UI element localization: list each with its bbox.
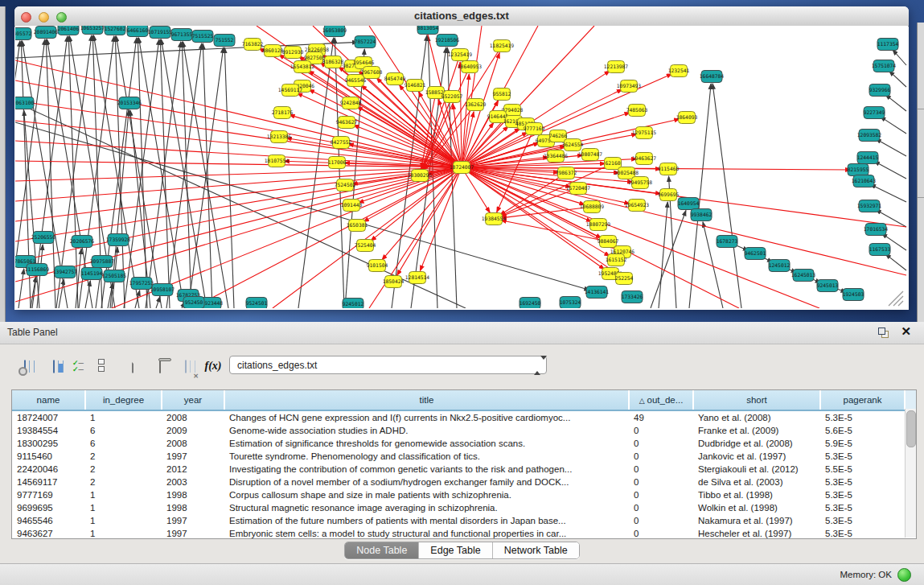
network-node[interactable]: 14136141 xyxy=(585,286,610,299)
network-node[interactable]: 10653257 xyxy=(80,26,105,35)
table-cell[interactable]: 14569117 xyxy=(12,476,85,488)
column-header[interactable]: △out_de... xyxy=(629,390,693,410)
table-cell[interactable]: 1997 xyxy=(162,450,224,463)
column-header[interactable]: name xyxy=(12,390,85,410)
network-node[interactable]: 1362620 xyxy=(465,99,487,111)
delete-table-button[interactable] xyxy=(150,355,170,377)
table-row[interactable]: 969969511998Structural magnetic resonanc… xyxy=(12,501,905,514)
memory-status-indicator[interactable] xyxy=(897,568,911,582)
network-node[interactable]: 17016534 xyxy=(864,224,889,236)
network-node[interactable]: 9115460 xyxy=(658,163,680,175)
network-node[interactable]: 1850424 xyxy=(383,276,405,288)
network-node[interactable]: 11825419 xyxy=(490,40,515,52)
table-cell[interactable]: 9463627 xyxy=(12,527,85,540)
table-cell[interactable]: 1 xyxy=(85,514,162,527)
network-node[interactable]: 10958107 xyxy=(150,284,175,296)
network-node[interactable]: 751552 xyxy=(214,35,235,47)
table-cell[interactable]: 22420046 xyxy=(12,463,85,476)
table-settings-button[interactable] xyxy=(14,355,35,377)
column-header[interactable]: pagerank xyxy=(820,390,905,410)
table-vertical-scrollbar[interactable] xyxy=(905,409,916,538)
tab-edge-table[interactable]: Edge Table xyxy=(419,542,492,558)
network-node[interactable]: 19218506 xyxy=(435,35,460,47)
table-cell[interactable]: 2 xyxy=(85,450,162,463)
table-cell[interactable]: 0 xyxy=(629,450,693,463)
network-node[interactable]: 6522057 xyxy=(441,91,463,103)
network-node[interactable]: 9671355 xyxy=(171,29,193,41)
network-node[interactable]: 9242848 xyxy=(340,97,362,109)
table-row[interactable]: 911546021997Tourette syndrome. Phenomeno… xyxy=(12,450,905,463)
network-node[interactable]: 9465546 xyxy=(345,75,367,87)
tab-node-table[interactable]: Node Table xyxy=(345,542,419,558)
table-cell[interactable]: Yano et al. (2008) xyxy=(693,410,820,424)
table-cell[interactable]: Franke et al. (2009) xyxy=(693,424,820,437)
network-node[interactable]: 16245013 xyxy=(791,270,816,282)
network-node[interactable]: 1117354 xyxy=(877,39,899,51)
network-node[interactable]: 18807299 xyxy=(586,219,611,231)
table-cell[interactable]: Dudbridge et al. (2008) xyxy=(693,437,820,450)
table-cell[interactable]: 2008 xyxy=(162,410,224,424)
table-row[interactable]: 1456911722003Disruption of a novel membe… xyxy=(12,476,905,488)
table-row[interactable]: 946554611997Estimation of the future num… xyxy=(12,514,905,527)
network-node[interactable]: 9101504 xyxy=(367,260,388,272)
table-cell[interactable]: Stergiakouli et al. (2012) xyxy=(693,463,820,476)
table-cell[interactable]: Wolkin et al. (1998) xyxy=(693,501,820,514)
network-node[interactable]: 19654923 xyxy=(625,200,650,212)
network-node[interactable]: 1924503 xyxy=(843,289,864,301)
table-cell[interactable]: 0 xyxy=(629,488,693,501)
column-header[interactable]: title xyxy=(224,390,629,410)
network-node[interactable]: 16053809 xyxy=(322,26,347,37)
network-table-selector[interactable]: citations_edges.txt xyxy=(229,356,547,374)
network-node[interactable]: 15932971 xyxy=(857,200,882,212)
network-node[interactable]: 16648784 xyxy=(700,71,725,83)
network-node[interactable]: 9463627 xyxy=(336,117,358,129)
table-cell[interactable]: Disruption of a novel member of a sodium… xyxy=(224,476,629,488)
table-cell[interactable]: Tibbo et al. (1998) xyxy=(693,488,820,501)
network-node[interactable]: 9777169 xyxy=(524,123,545,135)
table-cell[interactable]: 1 xyxy=(85,410,162,424)
table-cell[interactable]: 0 xyxy=(629,501,693,514)
tab-network-table[interactable]: Network Table xyxy=(493,542,579,558)
network-node[interactable]: 3624554 xyxy=(562,139,584,151)
show-columns-button[interactable] xyxy=(43,355,64,377)
table-cell[interactable]: Corpus callosum shape and size in male p… xyxy=(224,488,629,501)
table-cell[interactable]: 5.9E-5 xyxy=(820,437,905,450)
table-cell[interactable]: Hescheler et al. (1997) xyxy=(693,527,820,540)
network-node[interactable]: 1245012 xyxy=(769,260,791,272)
table-cell[interactable]: 0 xyxy=(629,437,693,450)
table-cell[interactable]: 49 xyxy=(629,410,693,424)
network-node[interactable]: 8912930 xyxy=(282,47,304,59)
table-cell[interactable]: Genome-wide association studies in ADHD. xyxy=(224,424,629,437)
column-header[interactable]: short xyxy=(693,390,820,410)
network-node[interactable]: 12505185 xyxy=(102,270,127,282)
table-cell[interactable]: Embryonic stem cells: a model to study s… xyxy=(224,527,629,540)
table-cell[interactable]: 5.3E-5 xyxy=(820,476,905,488)
table-cell[interactable]: 2 xyxy=(85,463,162,476)
network-node[interactable]: 12814514 xyxy=(405,272,430,284)
float-panel-icon[interactable] xyxy=(878,328,889,338)
network-node[interactable]: 10719155 xyxy=(148,27,173,39)
network-node[interactable]: 13942757 xyxy=(53,266,78,278)
network-node[interactable]: 252254 xyxy=(615,273,634,285)
network-node[interactable]: 8813054 xyxy=(417,26,439,35)
network-node[interactable]: 8860128 xyxy=(262,45,284,57)
table-cell[interactable]: 5.3E-5 xyxy=(820,501,905,514)
network-node[interactable]: 1167533 xyxy=(869,244,891,256)
network-canvas[interactable]: 1405572208914062061406106532571527602646… xyxy=(15,26,908,308)
network-node[interactable]: 9245013 xyxy=(817,280,839,292)
table-cell[interactable]: 9777169 xyxy=(12,488,85,501)
column-header[interactable]: year xyxy=(162,390,224,410)
table-cell[interactable]: Nakamura et al. (1997) xyxy=(693,514,820,527)
table-cell[interactable]: 6 xyxy=(85,424,162,437)
network-node[interactable]: 1145194 xyxy=(81,268,103,280)
network-node[interactable]: 8454749 xyxy=(384,73,406,85)
table-cell[interactable]: 1998 xyxy=(162,501,224,514)
network-node[interactable]: 2061406 xyxy=(58,26,80,35)
table-cell[interactable]: 5.3E-5 xyxy=(820,488,905,501)
table-cell[interactable]: 5.3E-5 xyxy=(820,514,905,527)
network-node[interactable]: 8186328 xyxy=(322,56,344,68)
network-node[interactable]: 955812 xyxy=(493,89,511,101)
network-node[interactable]: 1075324 xyxy=(560,297,581,309)
function-builder-button[interactable]: f(x) xyxy=(203,355,224,377)
network-node[interactable]: 1615152 xyxy=(606,254,627,266)
